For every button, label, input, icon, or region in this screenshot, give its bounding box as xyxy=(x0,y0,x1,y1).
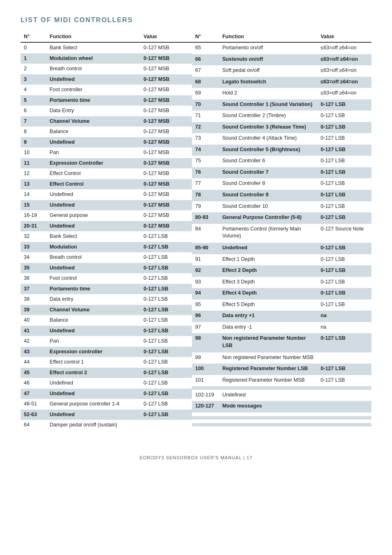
page-title: List of MIDI Controllers xyxy=(21,16,371,24)
cell-n: 97 xyxy=(192,322,219,334)
cell-val: 0-127 LSB xyxy=(317,167,371,179)
cell-n: 12 xyxy=(21,168,46,179)
cell-func: Effect 2 Depth xyxy=(219,265,317,277)
cell-n: 96 xyxy=(192,311,219,322)
cell-val: 0-127 LSB xyxy=(317,190,371,201)
cell-n: 80-83 xyxy=(192,212,219,224)
cell-n: 75 xyxy=(192,156,219,167)
cell-val: 0-127 MSB xyxy=(140,74,192,85)
cell-val: ≤63=off ≥64=on xyxy=(317,65,371,77)
cell-val: 0-127 LSB xyxy=(317,156,371,167)
cell-func: Foot control xyxy=(46,273,141,284)
cell-func: Registered Parameter Number LSB xyxy=(219,364,317,375)
table-row: 11Expression Controller0-127 MSB xyxy=(21,158,192,169)
cell-func xyxy=(219,412,317,416)
cell-val: 0-127 LSB xyxy=(140,315,192,326)
cell-n: 68 xyxy=(192,77,219,88)
cell-func: Pan xyxy=(46,147,141,158)
cell-func: Sound Controller 3 (Release Time) xyxy=(219,122,317,134)
table-row: 75Sound Controller 60-127 LSB xyxy=(192,156,371,167)
cell-val xyxy=(317,426,371,430)
cell-func: Bank Select xyxy=(46,42,141,53)
cell-func: Undefined xyxy=(219,390,317,401)
cell-n: 13 xyxy=(21,179,46,190)
footer: EOBODY3 SENSORBOX USER'S MANUAL | 17 xyxy=(21,455,371,460)
cell-func: Undefined xyxy=(46,137,141,148)
cell-n xyxy=(192,426,219,430)
right-header-val: Value xyxy=(317,31,371,42)
cell-n: 1 xyxy=(21,53,46,64)
cell-func: Effect Control xyxy=(46,168,141,179)
table-row: 97Data entry -1na xyxy=(192,322,371,334)
table-row: 73Sound Controller 4 (Attack Time)0-127 … xyxy=(192,133,371,145)
cell-val: 0-127 LSB xyxy=(140,273,192,284)
cell-val xyxy=(317,412,371,416)
table-row: 40Balance0-127 LSB xyxy=(21,315,192,326)
cell-func: General purpose xyxy=(46,210,141,221)
table-row: 34Breath control0-127 LSB xyxy=(21,252,192,263)
cell-func: Sound Controller 10 xyxy=(219,201,317,213)
cell-n: 52-63 xyxy=(21,410,46,420)
cell-func: Undefined xyxy=(46,326,141,336)
table-row: 43Expression controller0-127 LSB xyxy=(21,347,192,357)
cell-func: Breath control xyxy=(46,64,141,74)
cell-val: 0-127 LSB xyxy=(317,277,371,288)
cell-func: Expression Controller xyxy=(46,158,141,169)
table-row: 37Portamento time0-127 LSB xyxy=(21,284,192,295)
cell-func: Portamento time xyxy=(46,284,141,295)
left-header-n: N° xyxy=(21,31,46,42)
cell-n: 20-31 xyxy=(21,221,46,232)
cell-func xyxy=(219,416,317,420)
cell-n: 5 xyxy=(21,95,46,106)
table-row: 38Data entry0-127 LSB xyxy=(21,294,192,305)
left-table: N° Function Value 0Bank Select0-127 MSB1… xyxy=(21,31,192,431)
cell-val xyxy=(317,386,371,390)
cell-val xyxy=(317,352,371,364)
cell-val: 0-127 LSB xyxy=(317,254,371,266)
table-row: 47Undefined0-127 LSB xyxy=(21,389,192,399)
cell-val: 0-127 MSB xyxy=(140,210,192,221)
table-row: 80-83General Purpose Controller (5-8)0-1… xyxy=(192,212,371,224)
table-row: 98Non registered Parameter Number LSB0-1… xyxy=(192,333,371,352)
cell-func: Registered Parameter Number MSB xyxy=(219,375,317,387)
cell-func: Effect 4 Depth xyxy=(219,288,317,299)
cell-val: 0-127 LSB xyxy=(140,347,192,357)
cell-val: 0-127 MSB xyxy=(140,116,192,127)
table-row: 52-63Undefined0-127 LSB xyxy=(21,410,192,420)
table-row: 41Undefined0-127 LSB xyxy=(21,326,192,336)
table-row: 91Effect 1 Depth0-127 LSB xyxy=(192,254,371,266)
table-row: 96Data entry +1na xyxy=(192,311,371,322)
cell-func: Undefined xyxy=(46,221,141,232)
table-row: 3Undefined0-127 MSB xyxy=(21,74,192,85)
cell-val: 0-127 LSB xyxy=(317,122,371,134)
cell-func: General purpose controller 1-4 xyxy=(46,399,141,410)
cell-n: 0 xyxy=(21,42,46,53)
cell-val: 0-127 LSB xyxy=(317,299,371,311)
cell-n: 67 xyxy=(192,65,219,77)
cell-val: 0-127 MSB xyxy=(140,64,192,74)
cell-val: 0-127 MSB xyxy=(140,221,192,232)
cell-func: Effect control 2 xyxy=(46,368,141,378)
cell-func: Sound Controller 1 (Sound Variation) xyxy=(219,99,317,111)
cell-val: 0-127 LSB xyxy=(317,99,371,111)
table-row: 12Effect Control0-127 MSB xyxy=(21,168,192,179)
cell-func: Hold 2 xyxy=(219,88,317,99)
cell-n: 11 xyxy=(21,158,46,169)
cell-n: 2 xyxy=(21,64,46,74)
cell-func: Effect 3 Depth xyxy=(219,277,317,288)
cell-func: Non registered Parameter Number LSB xyxy=(219,333,317,352)
cell-n: 94 xyxy=(192,288,219,299)
cell-val: 0-127 MSB xyxy=(140,179,192,190)
cell-func: Sound Controller 6 xyxy=(219,156,317,167)
table-row: 33Modulation0-127 LSB xyxy=(21,242,192,253)
cell-val: 0-127 LSB xyxy=(317,364,371,375)
cell-val: 0-127 MSB xyxy=(140,106,192,116)
cell-func xyxy=(219,419,317,423)
cell-n: 10 xyxy=(21,147,46,158)
table-row: 20-31Undefined0-127 MSB xyxy=(21,221,192,232)
table-row: 39Channel Volume0-127 LSB xyxy=(21,305,192,315)
cell-func: Modulation wheel xyxy=(46,53,141,64)
cell-func: Expression controller xyxy=(46,347,141,357)
cell-func: Balance xyxy=(46,315,141,326)
cell-func: Undefined xyxy=(46,378,141,389)
